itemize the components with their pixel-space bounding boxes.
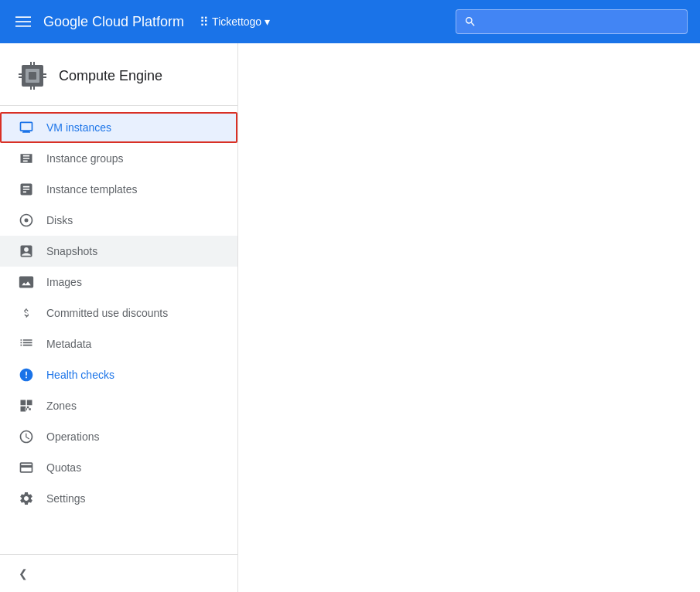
sidebar-item-metadata[interactable]: Metadata: [0, 328, 237, 359]
images-icon: [19, 274, 34, 290]
sidebar-item-metadata-label: Metadata: [46, 338, 91, 350]
snapshots-icon: [19, 243, 34, 259]
vm-instances-icon: [19, 120, 34, 135]
svg-rect-5: [29, 72, 36, 80]
committed-use-discounts-icon: [19, 305, 34, 321]
sidebar-item-disks-label: Disks: [46, 214, 73, 226]
svg-rect-2: [15, 26, 31, 27]
sidebar-item-instance-groups[interactable]: Instance groups: [0, 143, 237, 174]
sidebar-item-committed-use-discounts[interactable]: Committed use discounts: [0, 298, 237, 328]
sidebar: Compute Engine VM instances: [0, 43, 238, 592]
sidebar-item-instance-groups-label: Instance groups: [46, 152, 124, 165]
svg-rect-9: [33, 86, 35, 90]
sidebar-item-operations[interactable]: Operations: [0, 421, 237, 452]
instance-groups-icon: [19, 151, 34, 166]
settings-icon: [19, 491, 34, 506]
search-bar[interactable]: [456, 9, 688, 34]
project-name: Tickettogo: [212, 15, 261, 28]
hamburger-menu-icon[interactable]: [12, 11, 34, 32]
svg-rect-7: [33, 62, 35, 66]
app-header: Google Cloud Platform ⠿ Tickettogo ▾: [0, 0, 700, 43]
sidebar-item-snapshots-label: Snapshots: [46, 245, 97, 257]
sidebar-item-vm-instances[interactable]: VM instances: [0, 112, 237, 143]
sidebar-item-settings-label: Settings: [46, 492, 86, 505]
svg-rect-8: [30, 86, 32, 90]
project-dots-icon: ⠿: [200, 15, 209, 29]
sidebar-item-vm-instances-label: VM instances: [46, 121, 111, 134]
svg-rect-11: [19, 77, 22, 78]
sidebar-item-quotas[interactable]: Quotas: [0, 452, 237, 483]
collapse-icon: ❮: [19, 567, 28, 580]
sidebar-item-operations-label: Operations: [46, 430, 99, 443]
search-input[interactable]: [483, 15, 679, 28]
project-selector[interactable]: ⠿ Tickettogo ▾: [200, 15, 270, 29]
sidebar-item-quotas-label: Quotas: [46, 461, 81, 474]
health-checks-icon: [19, 367, 34, 383]
compute-engine-icon: [19, 62, 46, 90]
header-title: Google Cloud Platform: [43, 14, 184, 30]
svg-point-14: [25, 219, 29, 223]
main-content: [238, 43, 700, 592]
project-chevron-icon: ▾: [265, 15, 270, 28]
svg-rect-1: [15, 21, 31, 22]
sidebar-item-zones-label: Zones: [46, 400, 77, 412]
sidebar-item-zones[interactable]: Zones: [0, 390, 237, 421]
sidebar-item-health-checks[interactable]: Health checks: [0, 359, 237, 390]
sidebar-item-health-checks-label: Health checks: [46, 369, 114, 381]
svg-rect-0: [15, 16, 31, 18]
nav-list: VM instances Instance groups Insta: [0, 106, 237, 554]
main-layout: Compute Engine VM instances: [0, 43, 700, 592]
search-icon: [464, 15, 476, 28]
sidebar-item-instance-templates-label: Instance templates: [46, 183, 138, 196]
svg-rect-10: [19, 73, 22, 75]
sidebar-collapse-button[interactable]: ❮: [0, 554, 237, 592]
sidebar-item-snapshots[interactable]: Snapshots: [0, 236, 237, 267]
quotas-icon: [19, 460, 34, 475]
header-logo: Google Cloud Platform: [43, 14, 184, 30]
sidebar-product-header: Compute Engine: [0, 43, 237, 106]
sidebar-item-disks[interactable]: Disks: [0, 205, 237, 236]
sidebar-item-images-label: Images: [46, 276, 82, 288]
sidebar-item-settings[interactable]: Settings: [0, 483, 237, 514]
sidebar-item-committed-use-discounts-label: Committed use discounts: [46, 307, 168, 319]
svg-rect-12: [43, 73, 46, 75]
zones-icon: [19, 398, 34, 413]
operations-icon: [19, 429, 34, 444]
instance-templates-icon: [19, 182, 34, 197]
disks-icon: [19, 213, 34, 228]
sidebar-product-title: Compute Engine: [59, 68, 162, 84]
sidebar-item-images[interactable]: Images: [0, 267, 237, 298]
svg-rect-13: [43, 77, 46, 78]
metadata-icon: [19, 336, 34, 352]
sidebar-item-instance-templates[interactable]: Instance templates: [0, 174, 237, 205]
svg-rect-6: [30, 62, 32, 66]
